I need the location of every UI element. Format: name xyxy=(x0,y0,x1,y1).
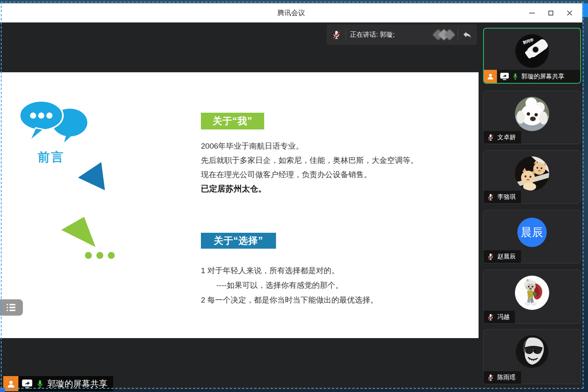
about-me-line: 2006年毕业于南航日语专业。 xyxy=(201,139,418,153)
speech-bubbles-graphic xyxy=(18,100,89,144)
screen-share-banner: 郭璇的屏幕共享 xyxy=(3,376,113,391)
participant-name: 郭璇的屏幕共享 xyxy=(521,73,564,80)
about-me-text: 2006年毕业于南航日语专业。 先后就职于多家日企，如索尼，佳能，奥林巴斯，大金… xyxy=(201,139,418,196)
choice-item: ----如果可以，选择你有感觉的那个。 xyxy=(201,278,378,293)
speaking-label: 正在讲话: 郭璇; xyxy=(350,31,394,39)
participant-list-button[interactable] xyxy=(0,299,23,316)
mic-on-icon xyxy=(36,379,44,388)
participant-tile-guoxuan[interactable]: 郭同学 郭璇的屏幕共享 xyxy=(483,28,581,84)
speaker-avatars xyxy=(434,31,454,39)
about-choice-text: 1 对于年轻人来说，所有选择都是对的。 ----如果可以，选择你有感觉的那个。 … xyxy=(201,263,378,307)
screen-share-icon xyxy=(22,379,33,389)
avatar: 郭同学 xyxy=(515,34,549,69)
about-me-line: 现在在理光公司做客户经理，负责办公设备销售。 xyxy=(201,167,418,182)
participant-name: 赵晨辰 xyxy=(497,253,516,261)
participant-status-bar: 冯越 xyxy=(483,311,515,323)
dot xyxy=(85,252,92,259)
share-banner-label: 郭璇的屏幕共享 xyxy=(47,378,107,390)
speaking-status-bar: 正在讲话: 郭璇; xyxy=(327,24,477,45)
mic-muted-icon xyxy=(487,253,494,261)
window-title: 腾讯会议 xyxy=(0,8,582,18)
participant-tile-zhaochenchen[interactable]: 晨辰 赵晨辰 xyxy=(483,210,581,263)
list-icon xyxy=(6,303,17,312)
mic-muted-icon xyxy=(487,134,494,141)
about-me-line: 先后就职于多家日企，如索尼，佳能，奥林巴斯，大金空调等。 xyxy=(201,153,418,167)
close-icon xyxy=(567,10,572,16)
green-dots-graphic xyxy=(85,252,115,259)
title-bar: 腾讯会议 xyxy=(0,3,582,22)
participant-tile-fengyue[interactable]: 冯越 xyxy=(483,270,581,324)
participant-name: 文卓妍 xyxy=(497,134,516,141)
share-banner-body: 郭璇的屏幕共享 xyxy=(18,376,113,391)
maximize-icon xyxy=(548,11,553,16)
desktop-fragment xyxy=(0,388,5,392)
participant-name: 冯越 xyxy=(497,313,510,321)
window-controls xyxy=(523,3,579,22)
participant-name: 陈雨瑶 xyxy=(497,374,516,381)
participant-tile-liluoqi[interactable]: 李骆琪 xyxy=(483,150,581,204)
avatar: 晨辰 xyxy=(517,218,547,247)
minimize-button[interactable] xyxy=(523,5,541,21)
participant-tile-chenyuyao[interactable]: 陈雨瑶 xyxy=(483,329,581,384)
avatar xyxy=(515,276,549,312)
avatar xyxy=(515,156,549,192)
choice-item: 1 对于年轻人来说，所有选择都是对的。 xyxy=(201,263,378,278)
mic-muted-icon xyxy=(487,193,494,201)
screen: 腾讯会议 正在讲话: 郭璇; xyxy=(0,0,588,392)
about-me-bold-line: 已定居苏州太仓。 xyxy=(201,182,418,196)
about-choice-header: 关于“选择” xyxy=(201,233,276,249)
screen-share-icon xyxy=(500,72,509,80)
reply-arrow-icon[interactable] xyxy=(462,30,472,40)
mic-muted-icon xyxy=(487,313,494,321)
avatar xyxy=(516,335,548,370)
participant-status-bar: 文卓妍 xyxy=(483,131,521,144)
host-icon xyxy=(3,376,18,391)
mic-muted-icon xyxy=(487,374,494,381)
divider xyxy=(458,29,458,41)
mic-muted-icon[interactable] xyxy=(332,30,341,40)
blue-triangle-graphic xyxy=(76,160,108,192)
dot xyxy=(108,252,115,259)
maximize-button[interactable] xyxy=(541,5,560,21)
shared-slide: 前言 关于“我” 2006年毕业于南航日语专业。 先后就职于多家日企，如索尼，佳… xyxy=(0,72,479,338)
host-icon xyxy=(484,70,497,83)
mic-on-icon xyxy=(512,73,519,80)
dot xyxy=(96,252,103,259)
preface-label: 前言 xyxy=(38,149,65,166)
close-button[interactable] xyxy=(560,5,579,21)
participant-status-bar: 陈雨瑶 xyxy=(483,371,521,384)
avatar xyxy=(515,97,549,133)
participant-status-bar: 李骆琪 xyxy=(483,191,521,203)
participant-status-bar: 郭璇的屏幕共享 xyxy=(484,70,580,83)
divider xyxy=(345,29,346,41)
participant-name: 李骆琪 xyxy=(497,193,516,201)
choice-item: 2 每一个决定，都是你当时当下能做出的最优选择。 xyxy=(201,293,378,307)
about-me-header: 关于“我” xyxy=(201,113,264,129)
green-triangle-graphic xyxy=(60,215,97,249)
avatar-initials: 晨辰 xyxy=(517,218,547,247)
participant-status-bar: 赵晨辰 xyxy=(483,250,521,263)
participant-tile-wenzhuoyan[interactable]: 文卓妍 xyxy=(483,91,581,144)
desktop-fragment xyxy=(582,3,588,17)
minimize-icon xyxy=(529,13,535,13)
